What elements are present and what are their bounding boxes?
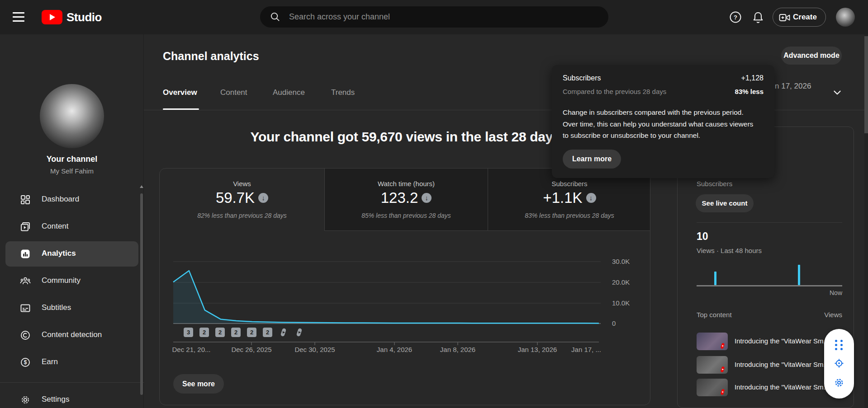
x-tick: Jan 17, ... bbox=[571, 346, 601, 353]
line-chart-canvas bbox=[160, 231, 650, 362]
x-tick: Dec 21, 20... bbox=[172, 346, 210, 353]
learn-more-button[interactable]: Learn more bbox=[563, 150, 621, 169]
content-icon bbox=[20, 221, 31, 232]
subtitles-icon bbox=[20, 303, 31, 314]
sparkline-baseline bbox=[697, 285, 842, 286]
shorts-badge-icon bbox=[719, 366, 726, 373]
page-scrollbar[interactable] bbox=[864, 36, 868, 133]
sidebar-scrollbar[interactable] bbox=[140, 193, 143, 395]
sidebar-item-earn[interactable]: $ Earn bbox=[0, 349, 144, 376]
y-tick-30k: 30.0K bbox=[612, 258, 630, 265]
realtime-sparkline bbox=[697, 261, 842, 286]
tab-overview[interactable]: Overview bbox=[163, 88, 197, 97]
tooltip-description: Change in subscribers compared with the … bbox=[563, 107, 766, 141]
subscribers-value: +1.1K bbox=[543, 189, 582, 206]
sidebar-item-subtitles[interactable]: Subtitles bbox=[0, 295, 144, 322]
video-marker[interactable]: 3 bbox=[184, 328, 193, 337]
now-label: Now bbox=[697, 289, 842, 296]
y-tick-0: 0 bbox=[612, 319, 616, 327]
settings-gear-icon bbox=[20, 394, 31, 405]
youtube-studio-app: Studio ? Create bbox=[0, 0, 868, 408]
down-arrow-icon: ↓ bbox=[258, 193, 268, 203]
shorts-marker-icon[interactable] bbox=[294, 328, 304, 337]
metric-tab-views[interactable]: Views 59.7K↓ 82% less than previous 28 d… bbox=[160, 169, 324, 231]
dollar-icon: $ bbox=[20, 357, 31, 368]
notifications-bell-icon[interactable] bbox=[752, 11, 764, 23]
video-marker[interactable]: 2 bbox=[215, 328, 225, 337]
watch-time-value: 123.2 bbox=[381, 189, 418, 206]
down-arrow-icon: ↓ bbox=[586, 193, 596, 203]
tooltip-title: Subscribers bbox=[563, 74, 601, 82]
floating-tools-capsule bbox=[824, 329, 854, 399]
sparkline-bar bbox=[714, 272, 716, 285]
x-tick: Dec 26, 2025 bbox=[231, 346, 271, 353]
tooltip-compared-label: Compared to the previous 28 days bbox=[563, 88, 666, 95]
video-thumbnail bbox=[697, 356, 728, 374]
target-icon[interactable] bbox=[834, 358, 844, 369]
community-icon bbox=[20, 276, 31, 286]
tab-trends[interactable]: Trends bbox=[331, 88, 355, 97]
search-icon bbox=[270, 12, 280, 22]
views-value: 59.7K bbox=[216, 189, 255, 206]
svg-text:$: $ bbox=[24, 359, 27, 366]
sidebar-item-content[interactable]: Content bbox=[0, 213, 144, 240]
channel-name: My Self Fahim bbox=[0, 167, 144, 175]
tooltip-value: +1,128 bbox=[741, 74, 764, 82]
dashboard-icon bbox=[20, 194, 31, 205]
x-tick: Jan 8, 2026 bbox=[440, 346, 475, 353]
date-range-label[interactable]: n 17, 2026 bbox=[775, 82, 811, 91]
sparkline-bar bbox=[798, 265, 800, 285]
realtime-subscribers-label: Subscribers bbox=[697, 180, 732, 188]
gear-icon[interactable] bbox=[834, 377, 844, 388]
realtime-views-value: 10 bbox=[697, 230, 708, 243]
see-live-count-button[interactable]: See live count bbox=[696, 194, 754, 212]
video-marker[interactable]: 2 bbox=[199, 328, 209, 337]
create-camera-icon bbox=[779, 12, 790, 23]
shorts-badge-icon bbox=[719, 389, 726, 395]
create-button-label: Create bbox=[793, 13, 817, 22]
sidebar-item-settings[interactable]: Settings bbox=[0, 386, 144, 408]
channel-avatar[interactable] bbox=[40, 84, 104, 148]
sidebar-item-analytics[interactable]: Analytics bbox=[0, 240, 144, 267]
studio-logo-text[interactable]: Studio bbox=[66, 10, 102, 24]
analytics-chart-card: Views 59.7K↓ 82% less than previous 28 d… bbox=[159, 168, 650, 405]
realtime-views-label: Views · Last 48 hours bbox=[697, 247, 762, 254]
metric-tab-watch-time[interactable]: Watch time (hours) 123.2↓ 85% less than … bbox=[324, 169, 488, 231]
video-marker[interactable]: 2 bbox=[231, 328, 241, 337]
sidebar-item-community[interactable]: Community bbox=[0, 267, 144, 295]
channel-title: Your channel bbox=[0, 155, 144, 164]
subscribers-tooltip: Subscribers +1,128 Compared to the previ… bbox=[552, 65, 774, 178]
drag-handle-dots-icon[interactable] bbox=[834, 339, 844, 350]
x-tick: Dec 30, 2025 bbox=[294, 346, 335, 353]
tooltip-compared-value: 83% less bbox=[735, 88, 764, 95]
page-title: Channel analytics bbox=[163, 50, 259, 63]
help-icon[interactable]: ? bbox=[729, 11, 742, 23]
see-more-button[interactable]: See more bbox=[173, 374, 224, 394]
shorts-badge-icon bbox=[719, 342, 726, 349]
sidebar-item-content-detection[interactable]: Content detection bbox=[0, 322, 144, 349]
video-marker[interactable]: 2 bbox=[263, 328, 272, 337]
shorts-marker-icon[interactable] bbox=[279, 328, 288, 337]
menu-icon[interactable] bbox=[13, 12, 24, 22]
topbar: Studio ? Create bbox=[0, 0, 868, 34]
tab-content[interactable]: Content bbox=[220, 88, 247, 97]
search-bar[interactable] bbox=[260, 6, 608, 28]
y-tick-10k: 10.0K bbox=[612, 299, 630, 307]
tab-audience[interactable]: Audience bbox=[273, 88, 305, 97]
realtime-divider bbox=[697, 222, 842, 223]
chevron-down-icon[interactable] bbox=[831, 87, 843, 98]
search-input[interactable] bbox=[289, 6, 597, 28]
youtube-logo-icon[interactable] bbox=[42, 10, 62, 24]
analytics-icon bbox=[20, 249, 31, 259]
sidebar-scroll-up-arrow[interactable] bbox=[140, 185, 143, 188]
svg-text:?: ? bbox=[734, 14, 737, 21]
sidebar-divider bbox=[0, 382, 144, 383]
y-tick-20k: 20.0K bbox=[612, 278, 630, 286]
create-button[interactable]: Create bbox=[773, 8, 826, 27]
sidebar: Your channel My Self Fahim Dashboard Con… bbox=[0, 34, 144, 408]
account-avatar[interactable] bbox=[836, 8, 855, 27]
sidebar-item-dashboard[interactable]: Dashboard bbox=[0, 186, 144, 213]
advanced-mode-button[interactable]: Advanced mode bbox=[781, 47, 842, 65]
video-marker[interactable]: 2 bbox=[247, 328, 256, 337]
sparkline-bars bbox=[697, 261, 842, 285]
